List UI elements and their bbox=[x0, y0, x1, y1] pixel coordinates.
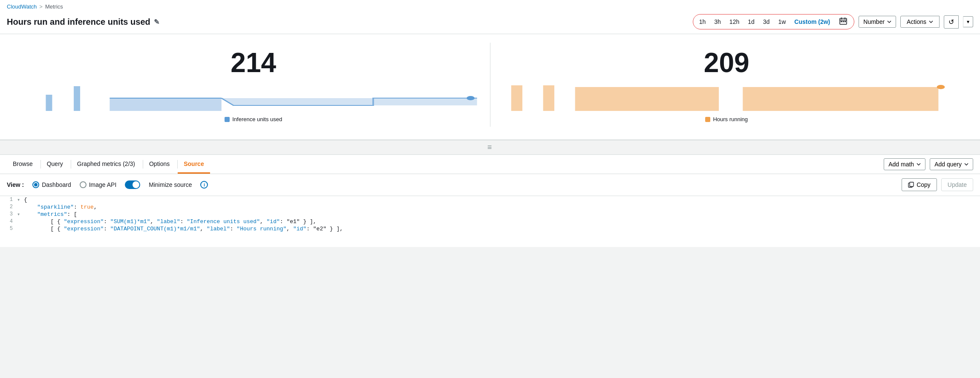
breadcrumb-separator: > bbox=[39, 3, 43, 10]
svg-marker-12 bbox=[373, 98, 477, 105]
metric-panel-hours: 209 Hours running bbox=[490, 43, 963, 127]
copy-button[interactable]: Copy bbox=[902, 178, 937, 191]
radio-dashboard[interactable]: Dashboard bbox=[32, 181, 71, 188]
metric-value-inference: 214 bbox=[231, 47, 276, 79]
sparkline-hours bbox=[503, 82, 951, 112]
svg-rect-4 bbox=[841, 21, 842, 22]
legend-hours: Hours running bbox=[705, 116, 748, 122]
minimize-source-label: Minimize source bbox=[149, 181, 192, 188]
drag-handle[interactable]: ≡ bbox=[487, 143, 493, 152]
breadcrumb-current: Metrics bbox=[45, 3, 63, 10]
view-label: View : bbox=[7, 181, 24, 188]
actions-group: Actions bbox=[900, 16, 940, 28]
number-select-label: Number bbox=[863, 18, 885, 25]
legend-dot-inference bbox=[225, 117, 230, 122]
radio-image-api-circle[interactable] bbox=[80, 181, 86, 188]
line-num-1: 1 bbox=[0, 197, 17, 203]
svg-rect-16 bbox=[575, 87, 718, 111]
line-toggle-1[interactable]: ▾ bbox=[17, 197, 24, 203]
number-select[interactable]: Number bbox=[859, 16, 896, 28]
page-title-text: Hours run and inference units used bbox=[7, 17, 150, 27]
time-btn-12h[interactable]: 12h bbox=[729, 17, 740, 27]
info-icon[interactable]: i bbox=[200, 181, 208, 189]
time-btn-3d[interactable]: 3d bbox=[762, 17, 771, 27]
svg-point-13 bbox=[467, 96, 475, 100]
actions-button[interactable]: Actions bbox=[900, 16, 940, 28]
svg-rect-14 bbox=[511, 85, 522, 111]
tabs-row: Browse Query Graphed metrics (2/3) Optio… bbox=[0, 155, 980, 174]
refresh-button[interactable]: ↺ bbox=[944, 15, 959, 29]
svg-rect-9 bbox=[110, 98, 221, 111]
radio-image-api-label: Image API bbox=[89, 181, 117, 188]
breadcrumb-parent[interactable]: CloudWatch bbox=[7, 3, 37, 10]
calendar-icon-btn[interactable] bbox=[838, 16, 849, 27]
breadcrumb: CloudWatch > Metrics bbox=[7, 0, 973, 12]
code-area: 1 ▾ { 2 "sparkline": true, 3 ▾ "metrics"… bbox=[0, 196, 980, 247]
add-query-label: Add query bbox=[934, 161, 962, 168]
legend-inference: Inference units used bbox=[225, 116, 282, 122]
metric-panel-inference: 214 Inference units used bbox=[17, 43, 490, 127]
add-query-button[interactable]: Add query bbox=[930, 158, 973, 170]
minimize-source-toggle[interactable] bbox=[125, 180, 140, 189]
legend-label-hours: Hours running bbox=[713, 116, 748, 122]
view-row: View : Dashboard Image API Minimize sour… bbox=[0, 174, 980, 196]
svg-rect-20 bbox=[910, 182, 914, 186]
svg-rect-6 bbox=[845, 21, 846, 22]
add-math-button[interactable]: Add math bbox=[884, 158, 925, 170]
metrics-area: 214 Inference units used 20 bbox=[0, 34, 980, 140]
divider-row[interactable]: ≡ bbox=[0, 140, 980, 154]
refresh-dropdown-button[interactable]: ▾ bbox=[963, 16, 973, 27]
code-text-1: { bbox=[24, 197, 980, 203]
update-button: Update bbox=[941, 178, 973, 191]
svg-rect-15 bbox=[543, 85, 554, 111]
code-text-3: "metrics": [ bbox=[24, 211, 980, 218]
edit-icon[interactable]: ✎ bbox=[154, 18, 159, 26]
radio-group: Dashboard Image API bbox=[32, 181, 116, 188]
code-text-4: [ { "expression": "SUM(m1)*m1", "label":… bbox=[24, 218, 980, 225]
tab-actions: Add math Add query bbox=[884, 155, 973, 174]
code-text-5: [ { "expression": "DATAPOINT_COUNT(m1)*m… bbox=[24, 226, 980, 232]
view-actions: Copy Update bbox=[902, 178, 973, 191]
tab-graphed[interactable]: Graphed metrics (2/3) bbox=[71, 155, 141, 174]
line-toggle-3[interactable]: ▾ bbox=[17, 211, 24, 218]
line-num-3: 3 bbox=[0, 211, 17, 217]
tab-source[interactable]: Source bbox=[178, 155, 210, 174]
copy-label: Copy bbox=[917, 181, 931, 188]
svg-marker-11 bbox=[222, 98, 373, 105]
radio-dashboard-label: Dashboard bbox=[42, 181, 71, 188]
svg-rect-8 bbox=[74, 86, 80, 111]
legend-dot-hours bbox=[705, 117, 710, 122]
code-line-4: 4 [ { "expression": "SUM(m1)*m1", "label… bbox=[0, 218, 980, 225]
time-btn-1d[interactable]: 1d bbox=[747, 17, 755, 27]
code-line-5: 5 [ { "expression": "DATAPOINT_COUNT(m1)… bbox=[0, 225, 980, 233]
actions-label: Actions bbox=[907, 18, 926, 25]
code-line-3: 3 ▾ "metrics": [ bbox=[0, 211, 980, 218]
line-num-5: 5 bbox=[0, 226, 17, 232]
line-num-4: 4 bbox=[0, 218, 17, 224]
add-math-label: Add math bbox=[888, 161, 914, 168]
time-btn-1w[interactable]: 1w bbox=[777, 17, 787, 27]
sparkline-inference bbox=[30, 82, 477, 112]
code-line-1: 1 ▾ { bbox=[0, 196, 980, 204]
svg-rect-5 bbox=[843, 21, 844, 22]
tab-query[interactable]: Query bbox=[41, 155, 69, 174]
radio-image-api[interactable]: Image API bbox=[80, 181, 117, 188]
page-title: Hours run and inference units used ✎ bbox=[7, 17, 689, 27]
svg-rect-7 bbox=[46, 95, 52, 111]
code-text-2: "sparkline": true, bbox=[24, 204, 980, 210]
line-num-2: 2 bbox=[0, 204, 17, 210]
time-range-group: 1h 3h 12h 1d 3d 1w Custom (2w) bbox=[693, 14, 855, 29]
legend-label-inference: Inference units used bbox=[232, 116, 282, 122]
svg-point-18 bbox=[937, 85, 945, 89]
bottom-panel: Browse Query Graphed metrics (2/3) Optio… bbox=[0, 154, 980, 247]
metric-value-hours: 209 bbox=[704, 47, 749, 79]
code-line-2: 2 "sparkline": true, bbox=[0, 204, 980, 211]
radio-dashboard-circle[interactable] bbox=[32, 181, 39, 188]
time-btn-1h[interactable]: 1h bbox=[698, 17, 707, 27]
tab-options[interactable]: Options bbox=[143, 155, 176, 174]
header-row: Hours run and inference units used ✎ 1h … bbox=[7, 12, 973, 34]
svg-rect-17 bbox=[743, 87, 938, 111]
tab-browse[interactable]: Browse bbox=[7, 155, 39, 174]
time-btn-3h[interactable]: 3h bbox=[713, 17, 722, 27]
time-btn-custom[interactable]: Custom (2w) bbox=[793, 17, 831, 27]
